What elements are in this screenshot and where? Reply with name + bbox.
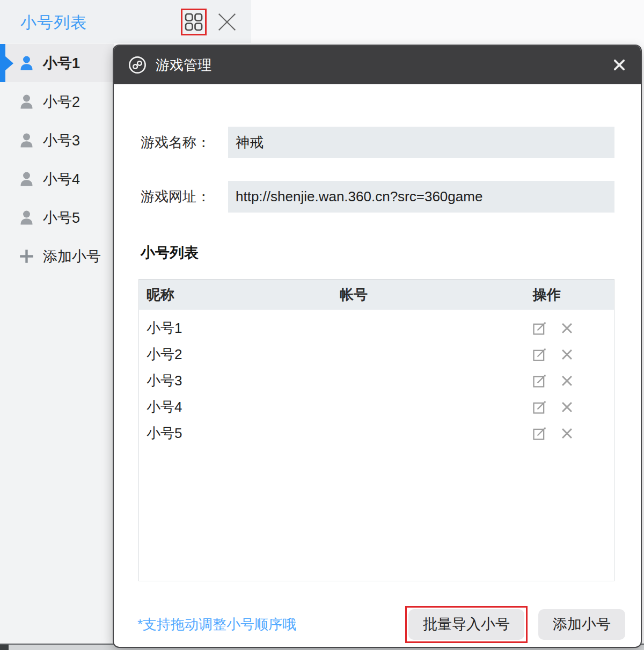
annotation-box-batch-import: 批量导入小号	[405, 606, 528, 643]
row-actions	[532, 426, 574, 441]
delete-icon[interactable]	[560, 400, 574, 414]
table-row[interactable]: 小号1	[139, 315, 614, 341]
delete-icon[interactable]	[560, 426, 574, 441]
table-row[interactable]: 小号4	[139, 394, 614, 420]
sidebar-add-label: 添加小号	[43, 247, 101, 266]
plus-icon	[18, 248, 35, 265]
row-actions	[532, 400, 574, 415]
annotation-box-grid	[181, 9, 207, 35]
game-icon	[128, 55, 147, 75]
row-nickname: 小号5	[147, 424, 182, 443]
batch-import-button[interactable]: 批量导入小号	[408, 609, 524, 640]
sidebar-item-account-2[interactable]: 小号2	[0, 83, 114, 121]
accounts-table: 昵称 帐号 操作 小号1	[138, 279, 614, 581]
screen: 小号列表 小号1	[0, 0, 644, 650]
row-actions	[532, 347, 574, 362]
user-icon	[18, 171, 35, 187]
sidebar-item-label: 小号3	[43, 131, 80, 150]
table-row[interactable]: 小号5	[139, 420, 614, 447]
selected-indicator	[0, 44, 5, 82]
sidebar-add-account[interactable]: 添加小号	[0, 237, 114, 275]
row-nickname: 小号4	[147, 398, 182, 417]
window-corner	[0, 645, 9, 650]
edit-icon[interactable]	[532, 426, 547, 441]
game-management-dialog: 游戏管理 游戏名称： 游戏网址： 小号列表 昵称 帐号 操作	[114, 46, 641, 647]
game-url-field: 游戏网址：	[141, 181, 614, 213]
table-header: 昵称 帐号 操作	[139, 280, 614, 310]
row-actions	[532, 374, 574, 389]
drag-hint: *支持拖动调整小号顺序哦	[137, 615, 296, 634]
row-nickname: 小号1	[147, 319, 182, 338]
account-list-title: 小号列表	[141, 243, 199, 262]
delete-icon[interactable]	[560, 374, 574, 388]
delete-icon[interactable]	[560, 347, 574, 362]
dialog-header: 游戏管理	[114, 46, 641, 84]
sidebar-item-label: 小号2	[43, 92, 80, 112]
user-icon	[18, 93, 35, 110]
user-icon	[18, 132, 35, 149]
col-actions: 操作	[533, 286, 561, 304]
dialog-title: 游戏管理	[156, 56, 211, 75]
sidebar: 小号1 小号2 小号3 小号4 小号5	[0, 43, 114, 644]
edit-icon[interactable]	[532, 400, 547, 415]
app-title: 小号列表	[20, 12, 87, 34]
edit-icon[interactable]	[532, 347, 547, 362]
app-close-icon[interactable]	[214, 9, 240, 35]
game-name-field: 游戏名称：	[141, 127, 614, 158]
sidebar-item-account-5[interactable]: 小号5	[0, 199, 114, 237]
game-url-input[interactable]	[228, 181, 614, 213]
dialog-footer: *支持拖动调整小号顺序哦 批量导入小号 添加小号	[137, 604, 625, 645]
row-actions	[532, 321, 574, 336]
user-icon	[18, 55, 35, 71]
grid-layout-icon[interactable]	[183, 11, 204, 33]
sidebar-item-account-4[interactable]: 小号4	[0, 160, 114, 198]
row-nickname: 小号3	[147, 371, 182, 390]
sidebar-item-account-1[interactable]: 小号1	[0, 44, 114, 82]
row-nickname: 小号2	[147, 345, 182, 364]
game-url-label: 游戏网址：	[141, 187, 228, 206]
sidebar-item-label: 小号4	[43, 170, 80, 189]
add-account-button[interactable]: 添加小号	[538, 609, 625, 640]
table-row[interactable]: 小号3	[139, 368, 614, 394]
sidebar-item-label: 小号1	[43, 54, 80, 73]
sidebar-item-label: 小号5	[43, 208, 80, 228]
game-name-input[interactable]	[228, 127, 614, 158]
sidebar-item-account-3[interactable]: 小号3	[0, 121, 114, 159]
user-icon	[18, 209, 35, 226]
app-topbar: 小号列表	[0, 0, 251, 43]
dialog-close-icon[interactable]	[612, 57, 627, 72]
edit-icon[interactable]	[532, 321, 547, 336]
delete-icon[interactable]	[560, 321, 574, 335]
col-nickname: 昵称	[147, 286, 174, 304]
edit-icon[interactable]	[532, 374, 547, 389]
table-row[interactable]: 小号2	[139, 341, 614, 368]
game-name-label: 游戏名称：	[141, 133, 228, 152]
table-body: 小号1 小号2	[139, 310, 614, 447]
col-account: 帐号	[340, 286, 368, 304]
